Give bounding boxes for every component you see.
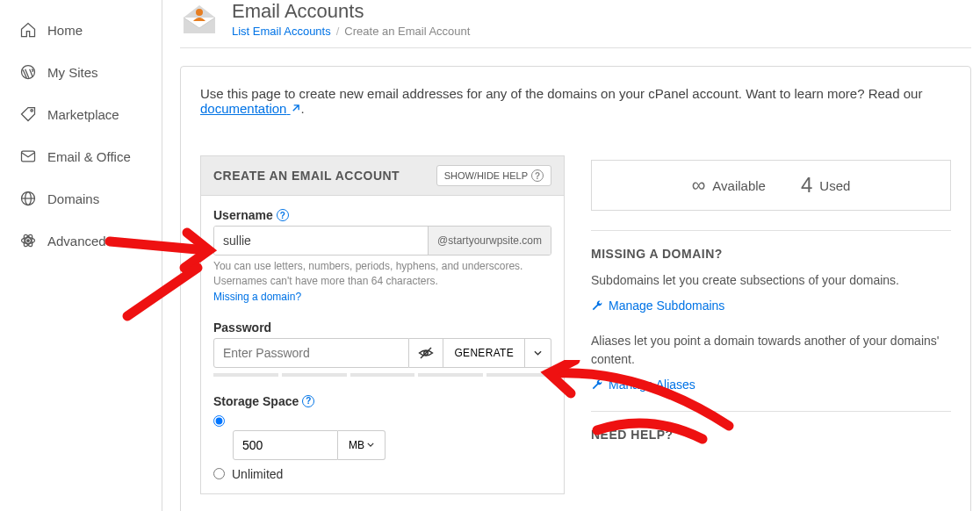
documentation-link[interactable]: documentation	[200, 101, 301, 116]
wrench-icon	[591, 299, 603, 312]
panel-title: CREATE AN EMAIL ACCOUNT	[213, 169, 400, 183]
help-icon[interactable]: ?	[302, 395, 314, 407]
username-label: Username ?	[213, 208, 551, 222]
tag-icon	[19, 105, 37, 123]
username-input[interactable]	[214, 227, 428, 255]
sidebar-item-advanced[interactable]: Advanced	[0, 220, 162, 262]
missing-domain-title: MISSING A DOMAIN?	[591, 230, 951, 261]
password-label: Password	[213, 320, 551, 335]
svg-point-1	[31, 110, 33, 112]
sidebar-item-label: Advanced	[47, 234, 106, 248]
wrench-icon	[591, 378, 603, 391]
sidebar-item-label: My Sites	[47, 65, 98, 80]
domain-selector[interactable]: @startyourwpsite.com	[428, 227, 551, 255]
external-link-icon	[291, 101, 301, 112]
storage-size-input[interactable]	[233, 430, 338, 460]
globe-icon	[19, 190, 37, 207]
missing-domain-link[interactable]: Missing a domain?	[213, 291, 551, 303]
page-header: Email Accounts List Email Accounts / Cre…	[180, 0, 971, 48]
main-content: Email Accounts List Email Accounts / Cre…	[162, 0, 980, 511]
svg-rect-2	[22, 151, 35, 162]
mail-icon	[19, 148, 37, 165]
svg-point-8	[27, 240, 30, 242]
alias-text: Aliases let you point a domain towards a…	[591, 332, 951, 369]
caret-down-icon	[367, 443, 374, 447]
email-accounts-icon	[180, 0, 219, 39]
svg-line-11	[421, 348, 431, 358]
breadcrumb-separator: /	[336, 25, 340, 38]
page-title: Email Accounts	[232, 0, 470, 23]
sidebar-item-home[interactable]: Home	[0, 9, 162, 51]
sidebar-item-mysites[interactable]: My Sites	[0, 51, 162, 93]
storage-unlimited-radio[interactable]	[213, 468, 225, 479]
password-strength-meter	[213, 373, 551, 377]
generate-dropdown-button[interactable]	[525, 338, 551, 368]
home-icon	[19, 21, 37, 39]
intro-text: Use this page to create new email addres…	[200, 86, 951, 116]
show-hide-help-button[interactable]: SHOW/HIDE HELP ?	[436, 165, 551, 186]
breadcrumb: List Email Accounts / Create an Email Ac…	[232, 25, 470, 38]
used-stat: 4 Used	[801, 173, 850, 198]
sidebar-item-email[interactable]: Email & Office	[0, 135, 162, 177]
need-help-title: NEED HELP?	[591, 411, 951, 442]
sidebar-item-label: Home	[47, 23, 83, 38]
create-account-panel: CREATE AN EMAIL ACCOUNT SHOW/HIDE HELP ?…	[200, 155, 565, 494]
stats-box: ∞ Available 4 Used	[591, 160, 951, 211]
subdomain-text: Subdomains let you create subsections of…	[591, 271, 951, 290]
infinity-icon: ∞	[692, 174, 706, 197]
password-input[interactable]	[213, 338, 409, 368]
sidebar: Home My Sites Marketplace Email & Office…	[0, 0, 162, 511]
help-icon: ?	[531, 169, 544, 182]
panel-header: CREATE AN EMAIL ACCOUNT SHOW/HIDE HELP ?	[201, 156, 564, 196]
storage-label: Storage Space ?	[213, 394, 551, 408]
breadcrumb-link[interactable]: List Email Accounts	[232, 25, 331, 38]
storage-unit-selector[interactable]: MB	[338, 430, 386, 460]
content-card: Use this page to create new email addres…	[180, 66, 971, 511]
atom-icon	[19, 232, 37, 249]
sidebar-item-domains[interactable]: Domains	[0, 177, 162, 220]
manage-aliases-link[interactable]: Manage Aliases	[591, 378, 951, 392]
available-stat: ∞ Available	[692, 174, 766, 197]
manage-subdomains-link[interactable]: Manage Subdomains	[591, 299, 951, 313]
sidebar-item-label: Marketplace	[47, 107, 119, 122]
toggle-password-visibility-button[interactable]	[409, 338, 443, 368]
caret-down-icon	[534, 350, 542, 356]
username-help-text: You can use letters, numbers, periods, h…	[213, 259, 551, 289]
eye-slash-icon	[418, 345, 434, 361]
breadcrumb-current: Create an Email Account	[344, 25, 470, 38]
generate-password-button[interactable]: GENERATE	[443, 338, 525, 368]
svg-point-9	[196, 9, 203, 16]
wordpress-icon	[19, 63, 37, 81]
storage-custom-radio[interactable]	[213, 415, 225, 427]
sidebar-item-marketplace[interactable]: Marketplace	[0, 93, 162, 135]
help-icon[interactable]: ?	[277, 209, 289, 221]
sidebar-item-label: Domains	[47, 191, 99, 206]
unlimited-label: Unlimited	[232, 467, 283, 481]
sidebar-item-label: Email & Office	[47, 149, 131, 164]
